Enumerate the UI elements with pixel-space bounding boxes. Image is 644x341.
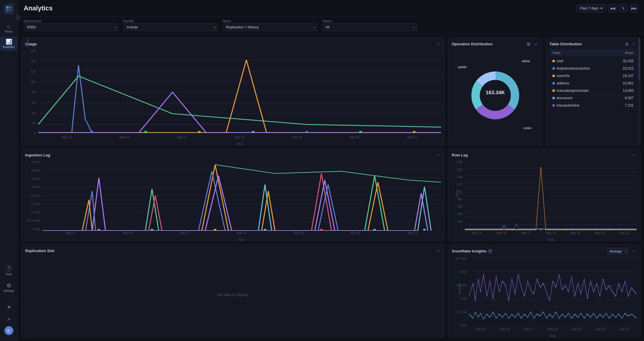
table-row[interactable]: document 9,567 (550, 95, 637, 102)
table-row[interactable]: address 15,981 (550, 80, 637, 87)
sidebar-settings-label: Settings (3, 289, 14, 292)
time-next-btn[interactable]: ▶▶ (630, 4, 638, 12)
snowflake-panel: Snowflake Insights ? Average Sum Max Min… (448, 244, 640, 337)
table-color-address (552, 82, 555, 84)
replication-no-data: No data to display. (25, 256, 441, 334)
svg-point-16 (305, 131, 308, 133)
table-dist-panel-title: Table Distribution (550, 42, 582, 46)
deployment-label: Deployment (24, 19, 118, 23)
svg-point-55 (609, 228, 610, 230)
time-pause-btn[interactable]: ⏸ (619, 4, 627, 12)
rowlag-panel-title: Row Lag (452, 153, 468, 157)
export-icon: ↗ (7, 317, 11, 321)
replication-panel: Replication Slot ⤢ No data to display. (21, 244, 445, 337)
table-color-manual (552, 89, 555, 92)
label-update: update (458, 65, 467, 69)
sidebar-item-home[interactable]: ⌂ Home (0, 21, 17, 36)
table-dist-expand-btn[interactable]: ⤢ (631, 41, 637, 47)
ingestion-xlabel: Time (42, 238, 441, 241)
replication-expand-btn[interactable]: ⤢ (435, 248, 441, 254)
snowflake-avg-select[interactable]: Average Sum Max Min (607, 248, 629, 254)
sidebar-item-help[interactable]: ? Help (0, 263, 17, 278)
usage-panel: Usage ⤢ 0 2K 4K 6K 8K 10K 12K 14K 16K Ro… (21, 37, 445, 145)
sidebar-item-export[interactable]: ↗ (0, 315, 17, 324)
operation-table-btn[interactable]: ▦ (526, 41, 531, 47)
table-color-usermfa (552, 75, 555, 77)
sidebar-item-settings[interactable]: ⚙ Settings (0, 281, 17, 295)
rowlag-expand-btn[interactable]: ⤢ (631, 152, 637, 158)
table-dist-pie-btn[interactable]: ◑ (624, 41, 629, 47)
svg-point-13 (144, 131, 147, 133)
mode-select[interactable]: Replication + History (223, 23, 318, 31)
sidebar-help-label: Help (6, 273, 12, 276)
sidebar-item-analytics[interactable]: 📊 Analytics (0, 37, 17, 51)
replication-panel-title: Replication Slot (25, 249, 54, 253)
operation-panel-header: Operation Distribution ▦ ⤢ (452, 41, 539, 47)
operation-expand-btn[interactable]: ⤢ (533, 41, 539, 47)
sidebar-nav: ⌂ Home 📊 Analytics (0, 21, 17, 51)
table-row[interactable]: transactionline 7,231 (550, 102, 637, 109)
svg-point-53 (566, 228, 567, 230)
snowflake-xlabel: Time (469, 334, 637, 337)
sidebar-collapse-btn[interactable]: › (15, 15, 20, 20)
table-row[interactable]: manualsegmentuser 14,083 (550, 87, 637, 95)
svg-point-18 (413, 131, 416, 133)
time-prev-btn[interactable]: ◀◀ (608, 4, 617, 12)
svg-point-12 (91, 131, 93, 133)
svg-point-37 (320, 229, 323, 231)
snowflake-xaxis: May 15 May 16 May 17 May 18 May 19 May 2… (469, 328, 637, 334)
ingestion-yaxis: 0 sec 33.3 mins 1.1 hrs 1.7 hrs 2.2 hrs … (25, 160, 41, 230)
tables-select[interactable]: All (322, 23, 417, 31)
usage-svg (38, 49, 441, 135)
operation-panel-title: Operation Distribution (452, 42, 493, 46)
svg-point-36 (264, 229, 266, 231)
svg-rect-3 (9, 9, 12, 12)
rowlag-svg (465, 160, 637, 230)
table-dist-list: user 32,432 linqtobucktransaction 23,422… (550, 57, 637, 142)
usage-xlabel: Time (38, 143, 441, 145)
rowlag-panel-header: Row Lag ⤢ (452, 152, 637, 158)
sidebar-bottom: ? Help ⚙ Settings ☀ ↗ C (0, 263, 17, 337)
usage-expand-btn[interactable]: ⤢ (435, 41, 441, 47)
settings-icon: ⚙ (7, 283, 11, 288)
ingestion-panel-actions: ⤢ (435, 152, 441, 158)
snowflake-svg (469, 257, 637, 327)
table-dist-actions: ◑ ⤢ (624, 41, 637, 47)
table-dist-scrollbar[interactable] (638, 38, 640, 145)
avatar[interactable]: C (4, 326, 13, 335)
table-dist-panel: Table Distribution ◑ ⤢ Table Rows user 3… (546, 37, 640, 145)
table-row[interactable]: usermfa 19,107 (550, 72, 637, 80)
snowflake-help-icon[interactable]: ? (488, 249, 493, 254)
table-row[interactable]: linqtobucktransaction 23,422 (550, 65, 637, 72)
rowlag-ylabel: Rows (456, 189, 459, 196)
svg-point-33 (97, 229, 100, 231)
app-logo[interactable] (4, 4, 14, 14)
usage-yaxis: 0 2K 4K 6K 8K 10K 12K 14K 16K (25, 49, 37, 135)
rowlag-xaxis: May 15 May 16 May 17 May 18 May 19 May 2… (465, 231, 637, 237)
sidebar-item-analytics-label: Analytics (3, 45, 15, 49)
svg-point-39 (423, 229, 426, 231)
sidebar: › ⌂ Home 📊 Analytics ? Help ⚙ Settings ☀… (0, 0, 18, 341)
theme-icon: ☀ (7, 305, 11, 310)
time-range-selector[interactable]: Past 7 days ▾ (576, 4, 606, 12)
table-color-trans (552, 104, 555, 107)
snowflake-expand-btn[interactable]: ⤢ (631, 248, 637, 254)
sidebar-item-theme[interactable]: ☀ (0, 302, 17, 312)
mode-label: Mode (223, 19, 318, 23)
table-row[interactable]: user 32,432 (550, 57, 637, 65)
deployment-filter: Deployment IDMS (24, 19, 118, 31)
time-range-chevron: ▾ (600, 6, 602, 10)
ingestion-expand-btn[interactable]: ⤢ (435, 152, 441, 158)
usage-panel-header: Usage ⤢ (25, 41, 441, 47)
replication-panel-header: Replication Slot ⤢ (25, 248, 441, 254)
table-color-user (552, 60, 555, 62)
sidebar-divider (3, 298, 15, 299)
table-dist-col-headers: Table Rows (550, 49, 637, 56)
ingestion-xaxis: May 15 May 16 May 17 May 18 May 19 May 2… (42, 231, 441, 237)
sidebar-item-home-label: Home (5, 30, 13, 33)
usage-chart: 0 2K 4K 6K 8K 10K 12K 14K 16K Rows synce… (25, 49, 441, 142)
usage-panel-actions: ⤢ (435, 41, 441, 47)
deployment-select[interactable]: IDMS (24, 23, 118, 31)
rowlag-xlabel: Time (465, 238, 637, 241)
backfill-select[interactable]: Include (123, 23, 218, 31)
